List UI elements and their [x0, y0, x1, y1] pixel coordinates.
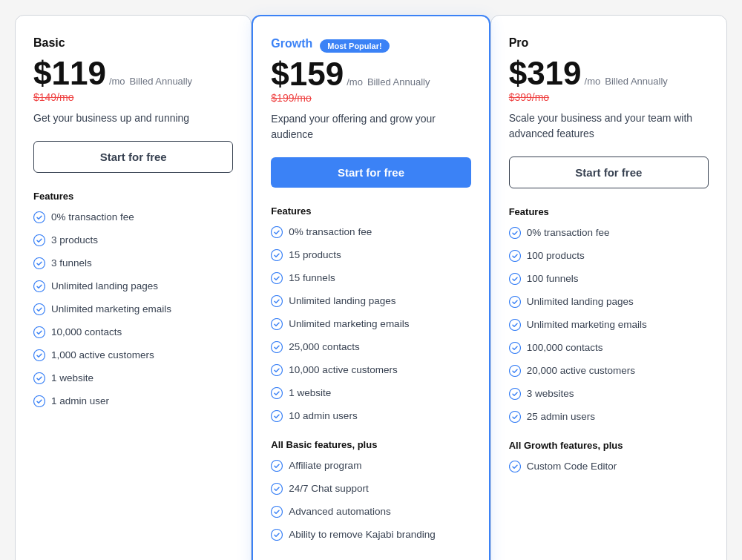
check-icon	[33, 395, 45, 411]
svg-point-21	[272, 530, 283, 541]
svg-point-13	[272, 319, 283, 330]
check-icon	[271, 410, 283, 426]
plan-name: Growth	[271, 37, 312, 50]
feature-text: 1 admin user	[51, 395, 109, 409]
plan-name: Basic	[33, 36, 65, 50]
check-icon	[33, 257, 45, 273]
start-free-button-pro[interactable]: Start for free	[509, 157, 709, 188]
plan-header: Pro	[509, 36, 709, 54]
check-icon	[509, 319, 521, 335]
feature-item: Unlimited landing pages	[509, 295, 709, 312]
check-icon	[271, 226, 283, 242]
feature-item: 3 websites	[509, 387, 709, 403]
feature-item: Unlimited landing pages	[33, 280, 233, 296]
feature-text: Unlimited landing pages	[289, 294, 395, 309]
svg-point-15	[272, 365, 283, 376]
svg-point-1	[34, 235, 45, 246]
feature-text: 0% transaction fee	[51, 211, 134, 225]
feature-item: 1 website	[271, 386, 470, 403]
extra-feature-item: Ability to remove Kajabi branding	[271, 528, 470, 544]
check-icon	[509, 296, 521, 312]
feature-text: 15 products	[289, 248, 341, 263]
section-divider: All Growth features, plusCustom Code Edi…	[509, 440, 709, 476]
svg-point-29	[509, 389, 520, 400]
price-main: $159	[271, 58, 344, 90]
check-icon	[509, 461, 521, 476]
svg-point-6	[34, 350, 45, 361]
check-icon	[33, 280, 45, 296]
check-icon	[271, 272, 283, 288]
plan-description: Get your business up and running	[33, 111, 233, 126]
check-icon	[33, 211, 45, 227]
features-section: Features0% transaction fee15 products15 …	[271, 205, 470, 426]
svg-point-25	[509, 297, 520, 308]
extra-feature-item: Advanced automations	[271, 505, 470, 521]
feature-item: 25,000 contacts	[271, 340, 470, 357]
start-free-button-basic[interactable]: Start for free	[33, 141, 233, 173]
svg-point-10	[272, 250, 283, 261]
feature-item: 10,000 active customers	[271, 363, 470, 380]
feature-item: 100 funnels	[509, 272, 709, 289]
plan-description: Expand your offering and grow your audie…	[271, 111, 470, 142]
extras-title: All Basic features, plus	[271, 439, 470, 450]
price-period: /mo	[585, 76, 601, 87]
check-icon	[271, 364, 283, 380]
price-row: $119/moBilled Annually	[33, 57, 233, 90]
check-icon	[33, 303, 45, 319]
features-title: Features	[33, 191, 233, 202]
feature-text: 1,000 active customers	[51, 349, 154, 363]
price-billing: Billed Annually	[367, 76, 430, 88]
feature-item: 1,000 active customers	[33, 349, 233, 365]
extra-feature-text: Affiliate program	[289, 459, 361, 473]
check-icon	[509, 273, 521, 289]
feature-item: 0% transaction fee	[33, 211, 233, 227]
feature-text: 0% transaction fee	[527, 226, 610, 240]
feature-item: 10 admin users	[271, 409, 470, 426]
plan-card-growth: GrowthMost Popular!$159/moBilled Annuall…	[252, 15, 490, 560]
plan-header: Basic	[33, 36, 233, 54]
check-icon	[33, 349, 45, 365]
extra-feature-item: 24/7 Chat support	[271, 482, 470, 498]
feature-item: 1 admin user	[33, 395, 233, 411]
feature-text: 25,000 contacts	[289, 340, 359, 355]
svg-point-9	[272, 227, 283, 238]
feature-text: 1 website	[51, 372, 93, 386]
price-billing: Billed Annually	[605, 76, 668, 87]
svg-point-14	[272, 342, 283, 353]
feature-text: 20,000 active customers	[527, 364, 635, 378]
check-icon	[271, 387, 283, 403]
check-icon	[33, 234, 45, 250]
check-icon	[271, 341, 283, 357]
feature-text: 25 admin users	[527, 410, 595, 424]
price-original: $149/mo	[33, 91, 233, 103]
feature-text: 100,000 contacts	[527, 341, 603, 355]
feature-text: Unlimited landing pages	[527, 295, 634, 309]
feature-text: 10,000 active customers	[289, 363, 397, 378]
svg-point-0	[34, 212, 45, 223]
feature-text: 0% transaction fee	[289, 225, 372, 240]
feature-text: Unlimited landing pages	[51, 280, 158, 294]
svg-point-3	[34, 281, 45, 292]
plan-card-pro: Pro$319/moBilled Annually$399/moScale yo…	[490, 15, 727, 560]
svg-point-26	[509, 320, 520, 331]
pricing-container: Basic$119/moBilled Annually$149/moGet yo…	[15, 15, 727, 560]
price-period: /mo	[109, 76, 125, 87]
feature-text: 100 products	[527, 249, 585, 263]
svg-point-20	[272, 507, 283, 518]
svg-point-19	[272, 484, 283, 495]
svg-point-31	[509, 461, 520, 472]
feature-text: 3 websites	[527, 387, 574, 401]
check-icon	[33, 326, 45, 342]
check-icon	[271, 529, 283, 544]
feature-text: 10,000 contacts	[51, 326, 122, 340]
start-free-button-growth[interactable]: Start for free	[271, 157, 470, 188]
feature-item: 0% transaction fee	[509, 226, 709, 243]
extras-title: All Growth features, plus	[509, 440, 709, 451]
check-icon	[33, 372, 45, 388]
check-icon	[271, 483, 283, 498]
check-icon	[509, 388, 521, 403]
feature-text: Unlimited marketing emails	[51, 303, 171, 317]
feature-item: 20,000 active customers	[509, 364, 709, 381]
feature-item: 3 products	[33, 234, 233, 250]
price-billing: Billed Annually	[130, 76, 193, 87]
